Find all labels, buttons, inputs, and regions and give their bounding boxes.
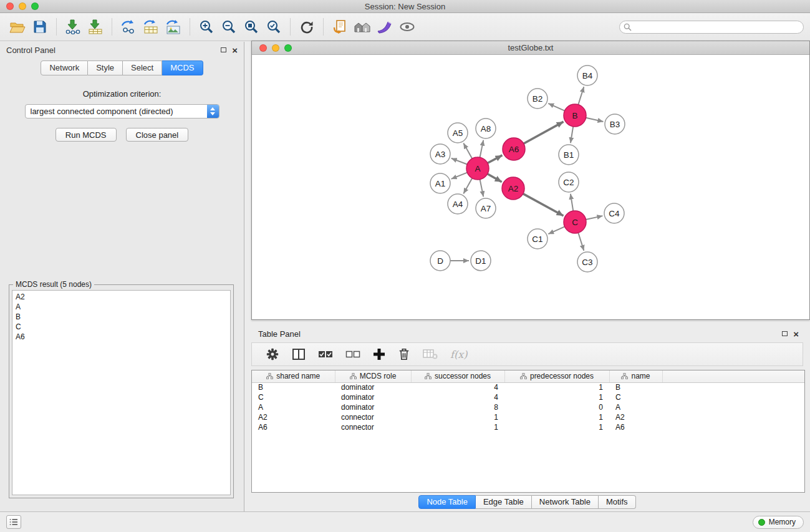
- table-row[interactable]: Bdominator41B: [252, 382, 804, 392]
- column-header-predecessor-nodes[interactable]: predecessor nodes: [504, 370, 609, 382]
- graph-edge-B-B3[interactable]: [586, 118, 604, 122]
- zoom-out-button[interactable]: [218, 16, 240, 38]
- zoom-fit-button[interactable]: [240, 16, 263, 38]
- network-snapshot-button[interactable]: [329, 16, 351, 38]
- task-history-button[interactable]: [6, 515, 21, 529]
- tab-style[interactable]: Style: [88, 60, 123, 75]
- graph-edge-A-A5[interactable]: [463, 143, 472, 159]
- select-all-rows-button[interactable]: [318, 350, 333, 359]
- graph-edge-C-C4[interactable]: [586, 216, 603, 220]
- maximize-window-button[interactable]: [31, 2, 39, 10]
- table-row[interactable]: A2connector11A2: [252, 412, 804, 422]
- window-title: Session: New Session: [365, 2, 445, 11]
- graph-edge-A6-B[interactable]: [524, 122, 564, 143]
- graph-edge-A-A8[interactable]: [480, 140, 484, 158]
- tab-network[interactable]: Network: [41, 60, 88, 75]
- network-maximize-button[interactable]: [284, 44, 292, 52]
- first-neighbors-button[interactable]: [351, 16, 374, 38]
- graph-edge-A-A6[interactable]: [488, 155, 503, 163]
- import-network-icon: [65, 19, 81, 34]
- criterion-dropdown[interactable]: largest connected component (directed): [25, 104, 219, 118]
- graph-node-label: A8: [481, 124, 491, 133]
- column-header-shared-name[interactable]: shared name: [252, 370, 335, 382]
- minimize-window-button[interactable]: [19, 2, 26, 10]
- tab-network-table[interactable]: Network Table: [532, 495, 599, 509]
- export-image-button[interactable]: [162, 16, 185, 38]
- search-icon: [624, 23, 632, 31]
- column-header-successor-nodes[interactable]: successor nodes: [411, 370, 504, 382]
- import-network-button[interactable]: [62, 16, 84, 38]
- open-session-button[interactable]: [6, 16, 29, 38]
- show-hide-button[interactable]: [396, 16, 418, 38]
- workspace: testGlobe.txt B4B2BB3A5A8A6B1A3AC2A1A2A4…: [244, 42, 810, 511]
- run-mcds-button[interactable]: Run MCDS: [55, 128, 117, 142]
- delete-rows-button[interactable]: [398, 347, 410, 361]
- tab-node-table[interactable]: Node Table: [418, 495, 476, 509]
- add-row-button[interactable]: [373, 348, 385, 360]
- tab-select[interactable]: Select: [123, 60, 162, 75]
- close-window-button[interactable]: [6, 2, 14, 10]
- result-item[interactable]: A6: [12, 332, 230, 342]
- column-header-name[interactable]: name: [609, 370, 662, 382]
- toolbar-separator: [190, 18, 190, 36]
- toolbar-search: [619, 21, 804, 34]
- graph-edge-B-B4[interactable]: [578, 87, 584, 105]
- result-item[interactable]: A: [12, 302, 230, 312]
- export-network-icon: [120, 19, 137, 34]
- delete-table-button[interactable]: [423, 349, 438, 360]
- graph-edge-A-A3[interactable]: [451, 158, 467, 165]
- tab-mcds[interactable]: MCDS: [162, 60, 203, 75]
- result-item[interactable]: C: [12, 322, 230, 332]
- graph-edge-C-C2[interactable]: [571, 194, 573, 211]
- result-item[interactable]: A2: [12, 292, 230, 302]
- zoom-selected-button[interactable]: [263, 16, 285, 38]
- toolbar-separator: [56, 18, 57, 36]
- deselect-all-rows-button[interactable]: [345, 350, 360, 359]
- graph-node-label: B2: [533, 94, 543, 104]
- graph-edge-A-A1[interactable]: [451, 173, 468, 179]
- mcds-result-list[interactable]: A2ABCA6: [12, 290, 231, 495]
- memory-button[interactable]: Memory: [753, 516, 804, 529]
- zoom-in-button[interactable]: [195, 16, 218, 38]
- network-window-titlebar: testGlobe.txt: [252, 41, 809, 55]
- tab-motifs[interactable]: Motifs: [599, 495, 636, 509]
- close-table-panel-icon[interactable]: ×: [793, 329, 799, 339]
- style-highlight-button[interactable]: [374, 16, 396, 38]
- list-icon: [9, 518, 18, 526]
- save-session-button[interactable]: [29, 16, 51, 38]
- graph-edge-A-A4[interactable]: [463, 178, 472, 194]
- window-titlebar: Session: New Session: [0, 0, 810, 13]
- column-header-mcds-role[interactable]: MCDS role: [335, 370, 411, 382]
- search-input[interactable]: [619, 21, 804, 34]
- graph-edge-A-A7[interactable]: [480, 180, 484, 197]
- table-row[interactable]: Adominator80A: [252, 402, 804, 412]
- network-canvas[interactable]: B4B2BB3A5A8A6B1A3AC2A1A2A4A7C4CC1C3DD1: [252, 55, 809, 319]
- table-options-button[interactable]: [266, 347, 279, 361]
- hierarchy-icon: [350, 373, 357, 379]
- graph-node-label: B1: [564, 150, 574, 160]
- show-columns-button[interactable]: [292, 348, 306, 360]
- node-table[interactable]: shared nameMCDS rolesuccessor nodesprede…: [251, 370, 805, 493]
- export-table-button[interactable]: [140, 16, 162, 38]
- graph-edge-B-B1[interactable]: [571, 127, 573, 143]
- float-panel-icon[interactable]: [221, 47, 226, 52]
- graph-edge-C-C1[interactable]: [548, 226, 564, 234]
- graph-edge-A2-C[interactable]: [523, 194, 564, 216]
- network-minimize-button[interactable]: [272, 44, 279, 52]
- float-table-panel-icon[interactable]: [782, 331, 788, 336]
- table-row[interactable]: A6connector11A6: [252, 422, 804, 432]
- export-network-button[interactable]: [117, 16, 140, 38]
- graph-edge-A-A2[interactable]: [488, 174, 502, 182]
- graph-edge-C-C3[interactable]: [578, 233, 584, 251]
- result-item[interactable]: B: [12, 312, 230, 322]
- tab-edge-table[interactable]: Edge Table: [476, 495, 532, 509]
- network-graph[interactable]: B4B2BB3A5A8A6B1A3AC2A1A2A4A7C4CC1C3DD1: [252, 55, 809, 319]
- import-table-button[interactable]: [84, 16, 107, 38]
- table-row[interactable]: Cdominator41C: [252, 392, 804, 402]
- close-panel-icon[interactable]: ×: [232, 46, 238, 55]
- graph-edge-B-B2[interactable]: [548, 104, 564, 111]
- close-panel-button[interactable]: Close panel: [126, 128, 189, 142]
- apply-function-button[interactable]: f(x): [450, 349, 467, 360]
- refresh-button[interactable]: [296, 16, 318, 38]
- network-close-button[interactable]: [259, 44, 267, 52]
